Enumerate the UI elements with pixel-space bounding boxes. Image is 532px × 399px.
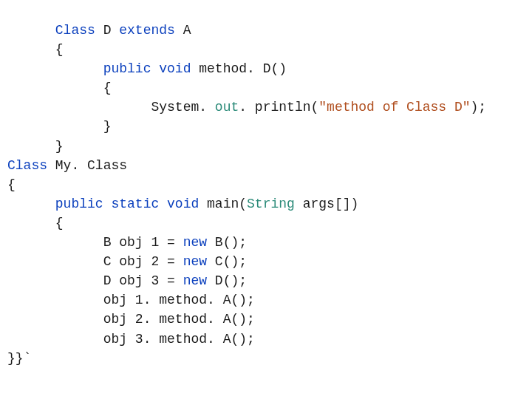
keyword-public-static-void: public static void — [55, 197, 199, 211]
brace-open: { — [7, 177, 16, 192]
keyword-class: Class — [55, 23, 95, 38]
keyword-new: new — [183, 273, 207, 288]
args-text: args[]) — [295, 197, 358, 211]
stmt-call-obj2: obj 2. method. A(); — [103, 312, 255, 327]
brace-open: { — [55, 42, 64, 57]
keyword-new: new — [183, 235, 207, 250]
paren-close: ); — [471, 100, 487, 115]
stmt-d-ctor: D(); — [207, 273, 247, 288]
stmt-b-ctor: B(); — [207, 235, 247, 250]
main-text: main( — [199, 197, 247, 211]
stmt-c-obj2: C obj 2 = — [103, 254, 183, 269]
keyword-extends: extends — [119, 23, 175, 38]
keyword-new: new — [183, 254, 207, 269]
out-text: out — [215, 100, 239, 115]
class-name-d: D — [95, 23, 119, 38]
class-name-a: A — [175, 23, 191, 38]
system-text: System. — [151, 100, 214, 115]
println-text: . println( — [239, 100, 318, 115]
stmt-d-obj3: D obj 3 = — [103, 273, 183, 288]
brace-close: } — [103, 119, 112, 134]
type-string: String — [247, 197, 295, 211]
method-name-d: method. D() — [191, 61, 287, 76]
closing-braces: }}` — [7, 351, 31, 366]
class-name-myclass: My. Class — [47, 158, 127, 173]
stmt-c-ctor: C(); — [207, 254, 247, 269]
stmt-call-obj3: obj 3. method. A(); — [103, 332, 255, 347]
stmt-call-obj1: obj 1. method. A(); — [103, 293, 255, 307]
brace-open: { — [103, 81, 112, 95]
keyword-class: Class — [7, 158, 47, 173]
brace-close: } — [55, 139, 64, 154]
code-block: Class D extends A { public void method. … — [0, 0, 532, 375]
brace-open: { — [55, 216, 64, 231]
keyword-public-void: public void — [103, 61, 191, 76]
stmt-b-obj1: B obj 1 = — [103, 235, 183, 250]
string-literal: "method of Class D" — [318, 100, 470, 115]
